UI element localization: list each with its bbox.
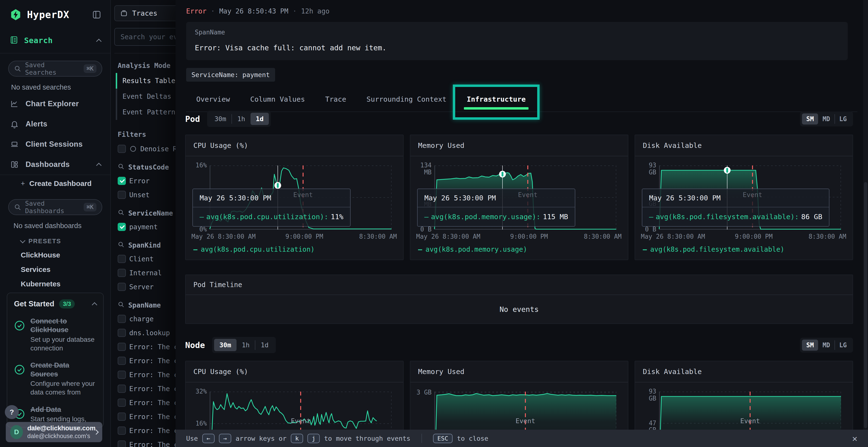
checkbox-unchecked[interactable] (118, 413, 126, 421)
checkbox-unchecked[interactable] (118, 426, 126, 435)
node-size-lg[interactable]: LG (835, 340, 851, 351)
preset-dashboard-kubernetes[interactable]: Kubernetes (0, 277, 111, 291)
plot-area[interactable]: 3 GB1 GBEvent (434, 391, 616, 429)
checkbox-unchecked[interactable] (118, 371, 126, 379)
status-badge: Error (186, 7, 207, 15)
filter-option-label: dns.lookup (129, 329, 170, 337)
y-axis-tick: 16% (190, 420, 207, 427)
node-size-sm[interactable]: SM (802, 340, 818, 351)
checkbox-unchecked[interactable] (118, 283, 126, 291)
preset-dashboard-clickhouse[interactable]: ClickHouse (0, 248, 111, 262)
sidebar-item-client-sessions[interactable]: Client Sessions (0, 134, 111, 154)
sidebar-item-dashboards[interactable]: Dashboards (0, 154, 111, 175)
plot-area[interactable]: 134MB67 MB0 BEventMay 26 5:30:00 PM—avg(… (434, 166, 616, 230)
filter-option-label: Error: The cr (129, 441, 182, 447)
help-button[interactable]: ? (5, 405, 19, 419)
event-detail-panel: Error · May 26 8:50:43 PM · 12h ago Span… (176, 0, 868, 447)
node-range-1d[interactable]: 1d (255, 339, 274, 351)
plot-area[interactable]: 16%8%0%EventMay 26 5:30:00 PM—avg(k8s.po… (210, 166, 392, 230)
tooltip-value: 115 MB (543, 213, 568, 221)
pod-range-1h[interactable]: 1h (232, 113, 250, 125)
get-started-item-subtitle: Set up your database connection (30, 335, 96, 353)
shortcut-badge: ⌘K (84, 203, 96, 211)
pod-timeline-title: Pod Timeline (186, 275, 852, 295)
checkbox-unchecked[interactable] (118, 191, 126, 199)
preset-dashboard-services[interactable]: Services (0, 262, 111, 277)
plot-area[interactable]: 93 GB47 GBEvent (659, 391, 841, 429)
filter-option-label: Unset (129, 191, 150, 199)
legend-dash-icon: — (643, 245, 647, 253)
get-started-title: Get Started (14, 300, 54, 308)
saved-searches-placeholder: Saved Searches (25, 61, 80, 76)
chart-plot-region: 16%8%0%EventMay 26 5:30:00 PM—avg(k8s.po… (191, 162, 397, 242)
status-line: Error · May 26 8:50:43 PM · 12h ago (186, 7, 858, 15)
node-range-30m[interactable]: 30m (214, 339, 237, 351)
node-size-md[interactable]: MD (818, 340, 834, 351)
span-summary-card: SpanName Error: Visa cache full: cannot … (186, 22, 848, 60)
search-icon[interactable] (118, 163, 124, 171)
pod-size-sm[interactable]: SM (802, 113, 818, 125)
x-axis-tick: 9:00:00 PM (735, 233, 773, 240)
y-axis-tick: 0 B (415, 226, 432, 233)
plus-icon: + (21, 179, 25, 187)
user-menu[interactable]: D dale@clickhouse.com dale@clickhouse.co… (6, 422, 102, 442)
scrollbar-thumb[interactable] (864, 182, 867, 428)
tooltip-timestamp: May 26 5:30:00 PM (417, 189, 575, 207)
checkbox-unchecked[interactable] (118, 399, 126, 407)
x-axis-tick: May 26 8:30:00 AM (641, 233, 705, 240)
close-icon[interactable]: ✕ (852, 434, 858, 443)
presets-toggle[interactable]: PRESETS (0, 232, 111, 248)
checkbox-unchecked[interactable] (118, 315, 126, 323)
get-started-item[interactable]: Create Data SourcesConfigure where your … (14, 361, 96, 397)
search-icon[interactable] (118, 241, 124, 249)
user-email: dale@clickhouse.com (27, 424, 90, 432)
checkbox-unchecked[interactable] (118, 343, 126, 351)
search-icon[interactable] (118, 209, 124, 217)
collapse-sidebar-icon[interactable] (92, 10, 102, 20)
tooltip-series-name: avg(k8s.pod.cpu.utilization): (206, 213, 328, 221)
checkbox-unchecked[interactable] (118, 357, 126, 365)
checkbox-checked[interactable] (118, 177, 126, 185)
event-age: 12h ago (301, 7, 330, 15)
create-dashboard-button[interactable]: + Create Dashboard (0, 175, 111, 192)
filter-option-label: Error (129, 177, 150, 185)
scrollbar[interactable] (863, 0, 868, 429)
filter-option-label: Error: The cr (129, 357, 182, 365)
sidebar-item-alerts[interactable]: Alerts (0, 114, 111, 134)
dot-separator: · (211, 7, 215, 15)
pod-size-lg[interactable]: LG (835, 113, 851, 125)
saved-searches-input[interactable]: Saved Searches ⌘K (8, 61, 102, 77)
pod-range-toggle: 30m1h1d (207, 111, 271, 127)
node-charts-row: CPU Usage (%)32%16%EventMemory Used3 GB1… (185, 361, 853, 429)
x-axis-tick: 8:30:00 AM (808, 233, 846, 240)
chevron-up-icon (96, 163, 102, 168)
plot-area[interactable]: 93 GB47 GB0 BEventMay 26 5:30:00 PM—avg(… (659, 166, 841, 230)
get-started-item[interactable]: Connect to ClickHouseSet up your databas… (14, 317, 96, 353)
checkbox-unchecked[interactable] (118, 329, 126, 337)
checkbox-unchecked[interactable] (118, 269, 126, 277)
pod-range-30m[interactable]: 30m (209, 113, 231, 125)
search-icon[interactable] (118, 301, 124, 309)
no-saved-searches-text: No saved searches (0, 77, 111, 94)
chart-legend: —avg(k8s.pod.cpu.utilization) (186, 242, 403, 260)
denoise-checkbox[interactable] (118, 145, 126, 153)
checkbox-checked[interactable] (118, 223, 126, 231)
pod-size-md[interactable]: MD (818, 113, 834, 125)
sidebar-item-search[interactable]: Search (0, 28, 111, 53)
node-range-1h[interactable]: 1h (237, 339, 255, 351)
pod-range-1d[interactable]: 1d (250, 113, 269, 125)
x-axis-labels: May 26 8:30:00 AM9:00:00 PM8:30:00 AM (641, 232, 847, 240)
saved-dashboards-input[interactable]: Saved Dashboards ⌘K (8, 199, 102, 215)
checkbox-unchecked[interactable] (118, 255, 126, 263)
service-name-chip[interactable]: ServiceName: payment (186, 68, 275, 82)
sidebar-item-chart-explorer[interactable]: Chart Explorer (0, 94, 111, 114)
y-axis-tick: 32% (190, 388, 207, 395)
checkbox-unchecked[interactable] (118, 441, 126, 447)
filter-group-name: SpanName (128, 301, 161, 309)
legend-series-name: avg(k8s.pod.cpu.utilization) (201, 245, 315, 253)
keyboard-hint-bar: Use ← → arrow keys or k j to move throug… (176, 429, 868, 447)
checkbox-unchecked[interactable] (118, 385, 126, 393)
plot-area[interactable]: 32%16%Event (210, 391, 392, 429)
chevron-up-icon[interactable] (92, 302, 97, 308)
get-started-item-title: Add Data (30, 405, 96, 414)
